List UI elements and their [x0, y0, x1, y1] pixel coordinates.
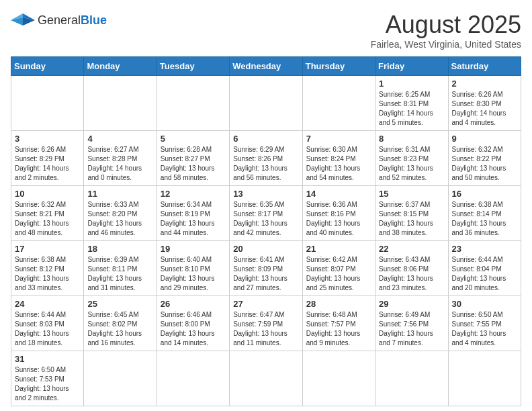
- day-info: Sunrise: 6:25 AM Sunset: 8:31 PM Dayligh…: [379, 90, 444, 128]
- calendar-cell: 23Sunrise: 6:44 AM Sunset: 8:04 PM Dayli…: [448, 241, 521, 296]
- page-header: GeneralBlue August 2025 Fairlea, West Vi…: [11, 11, 521, 50]
- day-number: 16: [452, 189, 517, 199]
- calendar-cell: 27Sunrise: 6:47 AM Sunset: 7:59 PM Dayli…: [230, 296, 302, 351]
- calendar-cell: 19Sunrise: 6:40 AM Sunset: 8:10 PM Dayli…: [157, 241, 229, 296]
- day-info: Sunrise: 6:44 AM Sunset: 8:04 PM Dayligh…: [452, 255, 517, 293]
- calendar-cell: 14Sunrise: 6:36 AM Sunset: 8:16 PM Dayli…: [302, 186, 375, 241]
- day-info: Sunrise: 6:30 AM Sunset: 8:24 PM Dayligh…: [306, 145, 371, 183]
- day-number: 4: [87, 134, 152, 144]
- calendar-cell: [11, 76, 84, 131]
- day-number: 22: [379, 244, 444, 254]
- day-info: Sunrise: 6:41 AM Sunset: 8:09 PM Dayligh…: [233, 255, 298, 293]
- calendar-cell: 29Sunrise: 6:49 AM Sunset: 7:56 PM Dayli…: [375, 296, 448, 351]
- day-number: 19: [161, 244, 226, 254]
- day-number: 29: [379, 299, 444, 309]
- day-number: 6: [233, 134, 298, 144]
- calendar-week-row: 24Sunrise: 6:44 AM Sunset: 8:03 PM Dayli…: [11, 296, 521, 351]
- calendar-week-row: 3Sunrise: 6:26 AM Sunset: 8:29 PM Daylig…: [11, 131, 521, 186]
- day-info: Sunrise: 6:36 AM Sunset: 8:16 PM Dayligh…: [306, 200, 371, 238]
- day-info: Sunrise: 6:31 AM Sunset: 8:23 PM Dayligh…: [379, 145, 444, 183]
- calendar-cell: 10Sunrise: 6:32 AM Sunset: 8:21 PM Dayli…: [11, 186, 84, 241]
- calendar-cell: 20Sunrise: 6:41 AM Sunset: 8:09 PM Dayli…: [230, 241, 302, 296]
- calendar-cell: 25Sunrise: 6:45 AM Sunset: 8:02 PM Dayli…: [84, 296, 157, 351]
- calendar-cell: 24Sunrise: 6:44 AM Sunset: 8:03 PM Dayli…: [11, 296, 84, 351]
- calendar-cell: 15Sunrise: 6:37 AM Sunset: 8:15 PM Dayli…: [375, 186, 448, 241]
- title-section: August 2025 Fairlea, West Virginia, Unit…: [371, 11, 521, 50]
- calendar-cell: [302, 76, 375, 131]
- calendar-cell: 31Sunrise: 6:50 AM Sunset: 7:53 PM Dayli…: [11, 351, 84, 406]
- weekday-header-thursday: Thursday: [302, 57, 375, 76]
- calendar-cell: 28Sunrise: 6:48 AM Sunset: 7:57 PM Dayli…: [302, 296, 375, 351]
- weekday-header-wednesday: Wednesday: [230, 57, 302, 76]
- calendar-cell: 11Sunrise: 6:33 AM Sunset: 8:20 PM Dayli…: [84, 186, 157, 241]
- logo-icon: [11, 11, 35, 30]
- day-number: 5: [161, 134, 226, 144]
- calendar-cell: 1Sunrise: 6:25 AM Sunset: 8:31 PM Daylig…: [375, 76, 448, 131]
- day-info: Sunrise: 6:26 AM Sunset: 8:30 PM Dayligh…: [452, 90, 517, 128]
- day-info: Sunrise: 6:34 AM Sunset: 8:19 PM Dayligh…: [161, 200, 226, 238]
- day-number: 27: [233, 299, 298, 309]
- day-number: 15: [379, 189, 444, 199]
- day-number: 10: [15, 189, 80, 199]
- day-info: Sunrise: 6:38 AM Sunset: 8:14 PM Dayligh…: [452, 200, 517, 238]
- day-info: Sunrise: 6:33 AM Sunset: 8:20 PM Dayligh…: [87, 200, 152, 238]
- calendar-cell: 8Sunrise: 6:31 AM Sunset: 8:23 PM Daylig…: [375, 131, 448, 186]
- calendar-week-row: 31Sunrise: 6:50 AM Sunset: 7:53 PM Dayli…: [11, 351, 521, 406]
- day-info: Sunrise: 6:48 AM Sunset: 7:57 PM Dayligh…: [306, 310, 371, 348]
- calendar-table: SundayMondayTuesdayWednesdayThursdayFrid…: [11, 56, 521, 406]
- day-info: Sunrise: 6:40 AM Sunset: 8:10 PM Dayligh…: [161, 255, 226, 293]
- day-number: 17: [15, 244, 80, 254]
- day-number: 26: [161, 299, 226, 309]
- calendar-cell: [230, 76, 302, 131]
- calendar-title: August 2025: [371, 11, 521, 39]
- day-info: Sunrise: 6:27 AM Sunset: 8:28 PM Dayligh…: [87, 145, 152, 183]
- day-number: 31: [15, 354, 80, 364]
- calendar-cell: 30Sunrise: 6:50 AM Sunset: 7:55 PM Dayli…: [448, 296, 521, 351]
- calendar-cell: [84, 351, 157, 406]
- day-number: 13: [233, 189, 298, 199]
- day-info: Sunrise: 6:44 AM Sunset: 8:03 PM Dayligh…: [15, 310, 80, 348]
- day-number: 12: [161, 189, 226, 199]
- day-number: 1: [379, 79, 444, 89]
- calendar-cell: 16Sunrise: 6:38 AM Sunset: 8:14 PM Dayli…: [448, 186, 521, 241]
- calendar-week-row: 1Sunrise: 6:25 AM Sunset: 8:31 PM Daylig…: [11, 76, 521, 131]
- calendar-week-row: 10Sunrise: 6:32 AM Sunset: 8:21 PM Dayli…: [11, 186, 521, 241]
- logo: GeneralBlue: [11, 11, 107, 30]
- day-info: Sunrise: 6:42 AM Sunset: 8:07 PM Dayligh…: [306, 255, 371, 293]
- calendar-cell: [448, 351, 521, 406]
- calendar-cell: [84, 76, 157, 131]
- day-number: 7: [306, 134, 371, 144]
- day-number: 18: [87, 244, 152, 254]
- calendar-cell: 21Sunrise: 6:42 AM Sunset: 8:07 PM Dayli…: [302, 241, 375, 296]
- day-info: Sunrise: 6:37 AM Sunset: 8:15 PM Dayligh…: [379, 200, 444, 238]
- day-number: 24: [15, 299, 80, 309]
- day-info: Sunrise: 6:29 AM Sunset: 8:26 PM Dayligh…: [233, 145, 298, 183]
- calendar-cell: 7Sunrise: 6:30 AM Sunset: 8:24 PM Daylig…: [302, 131, 375, 186]
- day-number: 2: [452, 79, 517, 89]
- day-info: Sunrise: 6:32 AM Sunset: 8:22 PM Dayligh…: [452, 145, 517, 183]
- day-info: Sunrise: 6:46 AM Sunset: 8:00 PM Dayligh…: [161, 310, 226, 348]
- day-info: Sunrise: 6:43 AM Sunset: 8:06 PM Dayligh…: [379, 255, 444, 293]
- weekday-header-friday: Friday: [375, 57, 448, 76]
- day-info: Sunrise: 6:26 AM Sunset: 8:29 PM Dayligh…: [15, 145, 80, 183]
- day-number: 14: [306, 189, 371, 199]
- calendar-cell: [302, 351, 375, 406]
- day-number: 8: [379, 134, 444, 144]
- day-number: 20: [233, 244, 298, 254]
- day-number: 11: [87, 189, 152, 199]
- calendar-cell: 18Sunrise: 6:39 AM Sunset: 8:11 PM Dayli…: [84, 241, 157, 296]
- calendar-cell: 6Sunrise: 6:29 AM Sunset: 8:26 PM Daylig…: [230, 131, 302, 186]
- day-info: Sunrise: 6:38 AM Sunset: 8:12 PM Dayligh…: [15, 255, 80, 293]
- calendar-cell: 3Sunrise: 6:26 AM Sunset: 8:29 PM Daylig…: [11, 131, 84, 186]
- calendar-cell: 4Sunrise: 6:27 AM Sunset: 8:28 PM Daylig…: [84, 131, 157, 186]
- weekday-header-monday: Monday: [84, 57, 157, 76]
- day-number: 9: [452, 134, 517, 144]
- day-number: 21: [306, 244, 371, 254]
- day-info: Sunrise: 6:47 AM Sunset: 7:59 PM Dayligh…: [233, 310, 298, 348]
- day-info: Sunrise: 6:32 AM Sunset: 8:21 PM Dayligh…: [15, 200, 80, 238]
- calendar-cell: 9Sunrise: 6:32 AM Sunset: 8:22 PM Daylig…: [448, 131, 521, 186]
- weekday-header-tuesday: Tuesday: [157, 57, 229, 76]
- calendar-cell: [157, 351, 229, 406]
- day-number: 23: [452, 244, 517, 254]
- calendar-cell: 12Sunrise: 6:34 AM Sunset: 8:19 PM Dayli…: [157, 186, 229, 241]
